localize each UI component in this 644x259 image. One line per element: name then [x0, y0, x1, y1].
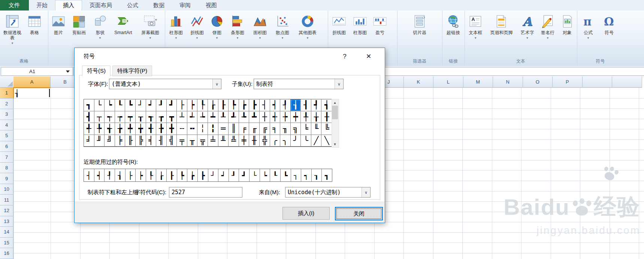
symbol-cell[interactable]: ┡ [229, 99, 239, 111]
symbol-cell[interactable]: ╋ [167, 123, 177, 135]
symbol-cell[interactable]: └ [94, 99, 105, 111]
ribbon-tab[interactable]: 插入 [55, 0, 82, 10]
tab-symbols[interactable]: 符号(S) [82, 66, 111, 76]
clipart-button[interactable]: 剪贴画 [68, 12, 90, 35]
font-select[interactable]: (普通文本) ∨ [109, 79, 221, 89]
file-tab[interactable]: 文件 [0, 0, 29, 10]
recent-symbol-cell[interactable]: ┣ [198, 169, 208, 181]
symbol-cell[interactable]: ┚ [156, 99, 167, 111]
row-header[interactable]: 1 [0, 88, 14, 99]
hyperlink-button[interactable]: 超链接 [443, 12, 464, 35]
winloss-button[interactable]: 盈亏 [371, 12, 389, 35]
symbol-cell[interactable]: ╕ [270, 123, 281, 135]
symbol-cell[interactable]: ╖ [280, 123, 291, 135]
recent-symbol-cell[interactable]: ┚ [229, 169, 239, 181]
char-code-input[interactable]: 2527 [169, 187, 242, 198]
symbol-cell[interactable]: ╰ [301, 135, 311, 147]
symbol-cell[interactable]: ╧ [208, 135, 218, 147]
symbol-cell[interactable]: ╘ [301, 123, 311, 135]
symbol-cell[interactable]: ┭ [105, 111, 115, 123]
symbol-cell[interactable]: ┣ [249, 99, 260, 111]
close-button[interactable]: 关闭 [335, 207, 383, 220]
symbol-cell[interactable]: ╗ [291, 123, 301, 135]
symbol-cell[interactable]: ╄ [94, 123, 105, 135]
recent-symbol-cell[interactable]: ┤ [84, 169, 94, 181]
symbol-cell[interactable]: ╡ [146, 135, 157, 147]
symbol-cell[interactable]: ╩ [229, 135, 239, 147]
symbol-cell[interactable]: ┰ [136, 111, 146, 123]
symbol-cell[interactable]: ╲ [321, 135, 332, 147]
symbol-cell[interactable]: ╉ [146, 123, 157, 135]
from-select[interactable]: Unicode(十六进制) ∨ [285, 187, 371, 198]
pivottable-button[interactable]: 数据透视表 ▼ [1, 12, 24, 45]
row-header[interactable]: 8 [0, 163, 13, 174]
symbol-cell[interactable]: ╎ [197, 123, 208, 135]
table-button[interactable]: 表格 [24, 12, 45, 35]
row-header[interactable]: 5 [0, 130, 13, 141]
symbol-cell[interactable]: ┸ [218, 111, 229, 123]
symbol-cell[interactable]: ╢ [156, 135, 167, 147]
symbol-cell[interactable]: ╓ [249, 123, 260, 135]
insert-button[interactable]: 插入(I) [282, 207, 330, 220]
symbol-cell[interactable]: ┗ [125, 99, 136, 111]
row-header[interactable]: 12 [0, 205, 13, 216]
symbol-cell[interactable]: ┶ [197, 111, 208, 123]
symbol-cell[interactable]: ┕ [105, 99, 115, 111]
name-box[interactable]: A1 [1, 67, 64, 76]
symbol-cell[interactable]: ╮ [280, 135, 291, 147]
symbol-cell[interactable]: ┘ [136, 99, 146, 111]
symbol-cell[interactable]: ╞ [115, 135, 126, 147]
area-chart-button[interactable]: 面积图 ▼ [249, 12, 271, 40]
symbol-cell[interactable]: ┾ [280, 111, 291, 123]
symbol-cell[interactable]: ┱ [146, 111, 157, 123]
symbol-cell[interactable]: ┓ [84, 99, 94, 111]
column-header[interactable]: N [493, 76, 523, 88]
recent-symbol-cell[interactable]: ┥ [94, 169, 105, 181]
tab-special-characters[interactable]: 特殊字符(P) [112, 66, 152, 76]
symbol-cell[interactable]: ╤ [177, 135, 187, 147]
symbol-cell[interactable]: ╠ [136, 135, 146, 147]
column-header[interactable]: L [433, 76, 463, 88]
symbol-cell[interactable]: ┽ [270, 111, 281, 123]
symbol-cell[interactable]: ┷ [208, 111, 218, 123]
recent-symbol-cell[interactable]: ┐ [291, 169, 302, 181]
symbol-cell[interactable]: ╜ [94, 135, 105, 147]
symbol-cell[interactable]: ╌ [177, 123, 187, 135]
row-header[interactable]: 4 [0, 120, 13, 131]
recent-symbol-cell[interactable]: ┘ [208, 169, 219, 181]
column-header[interactable]: M [463, 76, 493, 88]
symbol-cell[interactable]: ┩ [311, 99, 322, 111]
ribbon-tab[interactable]: 页面布局 [82, 0, 120, 10]
column-chart-button[interactable]: 柱形图 ▼ [166, 12, 187, 40]
symbol-cell[interactable]: ╙ [311, 123, 322, 135]
symbol-cell[interactable]: ╨ [218, 135, 229, 147]
symbol-cell[interactable]: ╆ [115, 123, 126, 135]
column-header[interactable]: P [553, 76, 583, 88]
column-header[interactable]: O [523, 76, 553, 88]
symbol-cell[interactable]: ┛ [167, 99, 177, 111]
symbol-cell[interactable]: ╯ [291, 135, 301, 147]
sparkline-column-button[interactable]: 柱形图 [350, 12, 371, 35]
symbol-cell[interactable]: ┴ [177, 111, 187, 123]
symbol-cell[interactable]: ┨ [301, 99, 311, 111]
line-chart-button[interactable]: 折线图 ▼ [187, 12, 208, 40]
row-header[interactable]: 11 [0, 195, 13, 205]
symbol-cell[interactable]: ┼ [260, 111, 270, 123]
scroll-down-icon[interactable]: ▼ [332, 141, 338, 147]
recent-symbol-cell[interactable]: ┙ [218, 169, 229, 181]
smartart-button[interactable]: SmartArt [110, 12, 136, 35]
row-header[interactable]: 6 [0, 141, 13, 152]
symbol-cell[interactable]: ┬ [94, 111, 105, 123]
symbol-cell[interactable]: ┫ [84, 111, 94, 123]
symbol-cell[interactable]: ╭ [270, 135, 281, 147]
ribbon-tab[interactable]: 公式 [120, 0, 146, 10]
symbol-cell[interactable]: ┪ [321, 99, 332, 111]
recent-symbol-cell[interactable]: └ [250, 169, 260, 181]
chevron-down-icon[interactable]: ∨ [335, 79, 343, 89]
recent-symbol-cell[interactable]: ┗ [281, 169, 291, 181]
ribbon-tab[interactable]: 审阅 [172, 0, 198, 10]
recent-symbol-cell[interactable]: ┒ [312, 169, 322, 181]
symbol-cell[interactable]: ┞ [197, 99, 208, 111]
picture-button[interactable]: 图片 [49, 12, 68, 35]
chevron-down-icon[interactable]: ∨ [362, 187, 370, 197]
